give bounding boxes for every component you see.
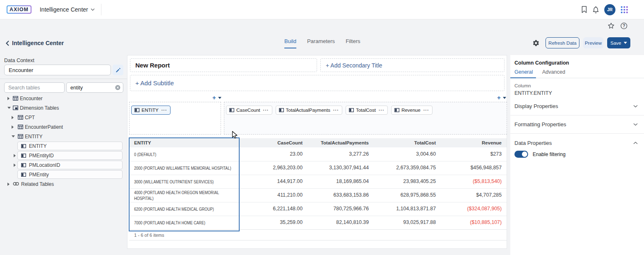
preview-button[interactable]: Preview — [583, 37, 603, 48]
col-header-entity[interactable]: ENTITY — [129, 138, 239, 147]
tree-item-label: PMEntityID — [29, 153, 54, 159]
column-icon — [21, 154, 26, 158]
search-tables-input[interactable] — [4, 82, 65, 93]
table-row: 2000 (PORTLAND WILLAMETTE MEMORIAL HOSPI… — [129, 161, 507, 175]
back-link[interactable]: Intelligence Center — [6, 40, 64, 46]
caret-down-icon — [218, 97, 221, 99]
add-subtitle-label: + Add Subtitle — [135, 79, 174, 87]
tree-field-box[interactable]: PMLocationID — [17, 161, 123, 169]
cell: 23,983,405.25 — [374, 175, 441, 188]
bookmark-icon[interactable] — [581, 6, 587, 13]
help-icon[interactable]: ? — [620, 22, 627, 29]
items-count: 1 - 6 of 6 items — [134, 233, 164, 238]
field-chip-casecount[interactable]: CaseCount··· — [226, 106, 272, 115]
app-switcher[interactable]: Intelligence Center — [40, 6, 95, 13]
tree-field-box[interactable]: PMEntityID — [17, 151, 123, 160]
col-header-totalcost[interactable]: TotalCost — [374, 138, 441, 147]
clear-icon[interactable] — [115, 85, 120, 90]
tree-item-encounter[interactable]: Encounter — [0, 94, 127, 103]
app-grid-icon[interactable] — [620, 6, 628, 14]
data-context-input[interactable] — [4, 65, 111, 75]
tree-item-pmentityid[interactable]: PMEntityID — [0, 151, 127, 160]
config-sections: Display PropertiesFormatting PropertiesD… — [510, 97, 644, 152]
search-filter-field[interactable] — [66, 82, 123, 93]
cell: 0 (DEFAULT) — [129, 147, 239, 161]
star-icon[interactable] — [608, 22, 615, 29]
caret-right-icon[interactable] — [12, 116, 14, 119]
gear-icon[interactable] — [532, 39, 540, 47]
col-header-totalactualpayments[interactable]: TotalActualPayments — [308, 138, 374, 147]
section-data-properties[interactable]: Data Properties — [510, 134, 644, 152]
tab-filters[interactable]: Filters — [346, 38, 360, 48]
cell: 3,130,307,941.44 — [308, 161, 374, 175]
table-row: 7000 (PORTLAND HEALTH HOME CARE)35,259.0… — [129, 216, 507, 229]
refresh-data-button[interactable]: Refresh Data — [545, 37, 579, 48]
add-subtitle-box[interactable]: + Add Subtitle — [130, 75, 505, 91]
tree-item-pmlocationid[interactable]: PMLocationID — [0, 160, 127, 170]
cell: 82,140,810.39 — [308, 216, 374, 229]
tree-item-entity[interactable]: ENTITY — [0, 141, 127, 151]
enable-filtering-toggle[interactable] — [514, 151, 528, 158]
caret-down-icon[interactable] — [7, 107, 11, 109]
caret-down-icon[interactable] — [12, 135, 15, 137]
tree-item-label: Dimension Tables — [20, 105, 59, 111]
active-tab-underline — [510, 77, 536, 78]
column-icon — [394, 108, 399, 112]
add-row-field-control[interactable]: + — [212, 94, 221, 101]
tab-build[interactable]: Build — [284, 38, 296, 48]
column-fields-zone[interactable]: CaseCount···TotalActualPayments···TotalC… — [224, 102, 507, 135]
caret-right-icon[interactable] — [12, 125, 14, 129]
avatar[interactable]: JR — [604, 4, 615, 15]
tree-item-entity[interactable]: ENTITY — [0, 132, 127, 141]
section-formatting-properties[interactable]: Formatting Properties — [510, 115, 644, 134]
section-display-properties[interactable]: Display Properties — [510, 97, 644, 115]
cell: 780,725,966.76 — [308, 202, 374, 216]
chip-label: ENTITY — [142, 108, 159, 113]
chip-menu-icon[interactable]: ··· — [379, 108, 384, 113]
plus-icon: + — [497, 94, 501, 101]
field-chip-totalactualpayments[interactable]: TotalActualPayments··· — [276, 106, 342, 115]
tree-field-box[interactable]: ENTITY — [17, 142, 123, 150]
col-header-casecount[interactable]: CaseCount — [239, 138, 308, 147]
chip-menu-icon[interactable]: ··· — [161, 108, 167, 113]
axiom-logo[interactable]: AXIOM — [7, 5, 31, 14]
field-chip-totalcost[interactable]: TotalCost··· — [346, 106, 388, 115]
cell: 18,169,865.04 — [308, 175, 374, 188]
cell: $4,707,285 — [441, 188, 507, 202]
chip-menu-icon[interactable]: ··· — [333, 108, 339, 113]
field-chip-revenue[interactable]: Revenue··· — [391, 106, 433, 115]
tree-item-encounterpatient[interactable]: EncounterPatient — [0, 122, 127, 132]
report-title-box[interactable]: New Report — [130, 58, 317, 72]
caret-right-icon[interactable] — [7, 183, 10, 186]
chevron-down-icon — [91, 8, 95, 11]
section-label: Display Properties — [514, 103, 558, 109]
save-button[interactable]: Save — [607, 37, 630, 48]
edit-context-button[interactable] — [113, 65, 123, 75]
bell-icon[interactable] — [592, 6, 599, 14]
caret-right-icon[interactable] — [7, 97, 10, 100]
caret-down-icon — [503, 97, 506, 99]
cell: 2,673,359,084.75 — [374, 161, 441, 175]
tree-field-box[interactable]: PMEntity — [17, 170, 123, 179]
add-secondary-title-box[interactable]: + Add Secondary Title — [320, 58, 505, 72]
tree-item-cpt[interactable]: CPT — [0, 113, 127, 122]
tab-parameters[interactable]: Parameters — [307, 38, 335, 48]
config-tab-advanced[interactable]: Advanced — [542, 69, 565, 75]
row-fields-zone[interactable]: ENTITY··· — [129, 102, 221, 135]
col-header-revenue[interactable]: Revenue — [441, 138, 507, 147]
column-icon — [21, 144, 26, 148]
config-tab-general[interactable]: General — [514, 69, 533, 75]
tree-item-related-tables[interactable]: Related Tables — [0, 179, 127, 189]
field-chip-entity[interactable]: ENTITY··· — [131, 106, 171, 115]
chip-menu-icon[interactable]: ··· — [263, 108, 269, 113]
chip-label: TotalActualPayments — [286, 108, 330, 113]
add-column-field-control[interactable]: + — [497, 94, 506, 101]
chip-menu-icon[interactable]: ··· — [423, 108, 429, 113]
tree-item-dimension-tables[interactable]: Dimension Tables — [0, 103, 127, 113]
tree-item-pmentity[interactable]: PMEntity — [0, 170, 127, 179]
preview-table-wrap: ENTITYCaseCountTotalActualPaymentsTotalC… — [129, 138, 507, 241]
caret-right-icon[interactable] — [14, 164, 16, 167]
caret-right-icon[interactable] — [14, 154, 16, 157]
search-filter-input[interactable] — [67, 85, 115, 91]
config-tabs: GeneralAdvanced — [510, 67, 644, 78]
